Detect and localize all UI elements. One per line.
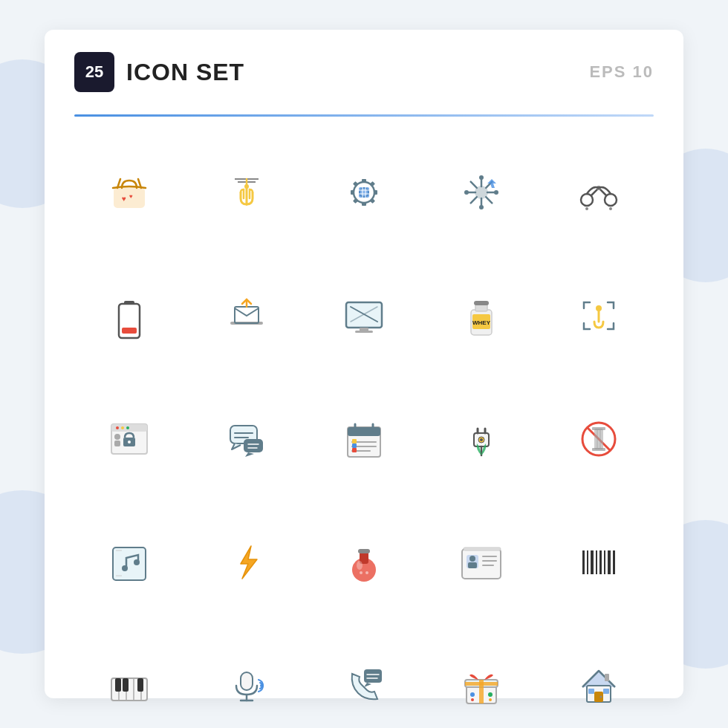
- svg-point-60: [126, 426, 129, 429]
- icon-email-upload: [192, 261, 302, 371]
- svg-point-102: [360, 571, 363, 574]
- icon-battery: [74, 261, 184, 371]
- svg-rect-16: [359, 187, 369, 198]
- icon-scissors: [544, 137, 654, 247]
- svg-rect-78: [352, 439, 357, 443]
- svg-rect-72: [348, 427, 380, 436]
- svg-rect-116: [599, 550, 602, 574]
- svg-line-29: [471, 197, 477, 203]
- svg-rect-126: [123, 678, 129, 692]
- svg-rect-132: [364, 669, 382, 683]
- main-card: 25 ICON SET EPS 10 ♥ ♥: [45, 30, 683, 698]
- svg-point-101: [357, 561, 363, 570]
- svg-point-59: [121, 426, 124, 429]
- svg-rect-11: [374, 190, 377, 195]
- icon-barcode: [544, 507, 654, 617]
- svg-point-33: [494, 190, 498, 195]
- icon-home: [544, 631, 654, 728]
- svg-rect-119: [613, 550, 615, 574]
- svg-point-85: [480, 438, 483, 441]
- svg-point-32: [464, 190, 469, 195]
- icon-contact-card: [426, 507, 536, 617]
- svg-point-55: [596, 305, 602, 311]
- svg-rect-113: [587, 550, 588, 574]
- icon-grid: ♥ ♥: [74, 137, 654, 728]
- svg-rect-80: [352, 448, 357, 452]
- svg-text:♥: ♥: [129, 193, 133, 200]
- svg-rect-138: [465, 682, 498, 686]
- svg-rect-148: [605, 674, 609, 681]
- svg-rect-68: [244, 439, 263, 452]
- page-title: ICON SET: [126, 59, 244, 86]
- svg-rect-47: [355, 331, 373, 333]
- icon-eco-plug: [426, 384, 536, 494]
- icon-web-security: [74, 384, 184, 494]
- svg-rect-125: [115, 678, 121, 692]
- svg-rect-40: [124, 301, 134, 305]
- svg-rect-115: [596, 550, 597, 574]
- svg-point-30: [479, 175, 484, 180]
- svg-point-141: [471, 698, 474, 701]
- svg-rect-90: [592, 448, 605, 451]
- svg-rect-8: [362, 179, 366, 183]
- svg-rect-88: [594, 429, 603, 449]
- svg-point-107: [469, 556, 475, 562]
- svg-rect-64: [114, 441, 120, 446]
- svg-rect-147: [603, 689, 609, 694]
- svg-point-58: [116, 426, 119, 429]
- svg-rect-127: [137, 678, 143, 692]
- icon-finger-tap: [544, 261, 654, 371]
- icon-virus-settings: [426, 137, 536, 247]
- svg-point-31: [479, 205, 484, 209]
- svg-line-27: [486, 197, 492, 203]
- header-left: 25 ICON SET: [74, 52, 244, 92]
- svg-rect-114: [591, 550, 594, 574]
- svg-rect-117: [604, 550, 605, 574]
- icon-music-album: [74, 507, 184, 617]
- svg-text:WHEY: WHEY: [472, 319, 491, 326]
- icon-count-badge: 25: [74, 52, 114, 92]
- svg-rect-105: [464, 547, 501, 550]
- icon-gift-box: [426, 631, 536, 728]
- svg-line-26: [471, 182, 477, 188]
- icon-shopping-basket: ♥ ♥: [74, 137, 184, 247]
- svg-point-103: [365, 571, 368, 574]
- icon-chat: [192, 384, 302, 494]
- svg-point-145: [600, 696, 602, 698]
- header-divider: [74, 114, 654, 117]
- svg-point-37: [585, 207, 588, 210]
- svg-text:♥: ♥: [122, 195, 126, 203]
- svg-rect-112: [582, 550, 585, 574]
- icon-gear-cube: [309, 137, 419, 247]
- svg-point-95: [134, 559, 140, 565]
- svg-rect-52: [474, 301, 489, 305]
- header: 25 ICON SET EPS 10: [74, 52, 654, 92]
- svg-rect-146: [588, 689, 594, 694]
- icon-phone-chat: [309, 631, 419, 728]
- svg-rect-41: [122, 328, 137, 334]
- svg-rect-118: [608, 550, 611, 574]
- icon-hand-touch: [192, 137, 302, 247]
- icon-lightning: [192, 507, 302, 617]
- svg-rect-100: [358, 549, 370, 553]
- svg-point-131: [260, 684, 263, 687]
- icon-bottle: [309, 507, 419, 617]
- svg-rect-128: [241, 672, 253, 690]
- svg-rect-108: [468, 562, 477, 568]
- icon-whey-protein: WHEY: [426, 261, 536, 371]
- icon-monitor: [309, 261, 419, 371]
- icon-mic-wifi: [192, 631, 302, 728]
- svg-rect-89: [592, 427, 605, 430]
- svg-point-94: [122, 565, 128, 571]
- icon-calendar-list: [309, 384, 419, 494]
- svg-rect-10: [351, 190, 354, 195]
- svg-rect-79: [352, 443, 357, 448]
- svg-point-63: [114, 434, 120, 440]
- svg-point-139: [470, 692, 475, 697]
- eps-label: EPS 10: [589, 62, 654, 82]
- svg-rect-9: [362, 202, 366, 206]
- icon-no-column: [544, 384, 654, 494]
- svg-point-142: [489, 698, 492, 701]
- svg-point-62: [128, 441, 131, 443]
- svg-point-38: [609, 207, 612, 210]
